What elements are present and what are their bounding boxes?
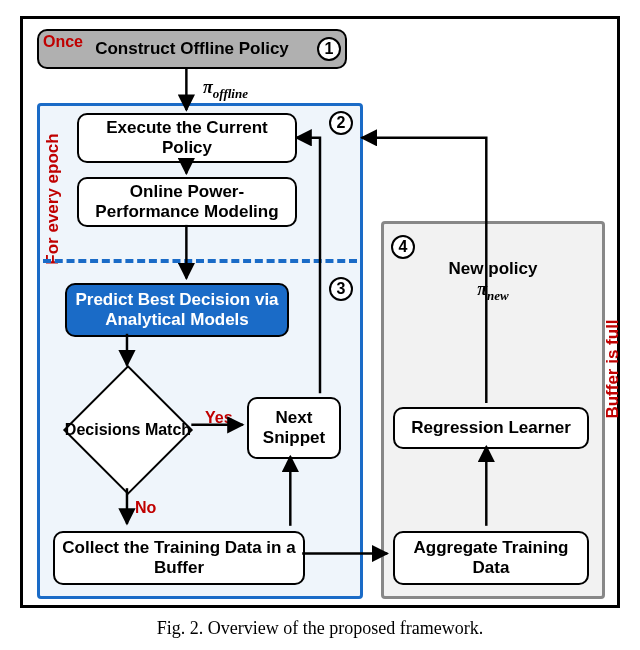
tag-buffer-full: Buffer is full	[603, 309, 623, 429]
node-aggregate-training: Aggregate Training Data	[393, 531, 589, 585]
circle-2: 2	[329, 111, 353, 135]
node-predict-best-decision: Predict Best Decision via Analytical Mod…	[65, 283, 289, 337]
node-construct-offline-policy: Construct Offline Policy	[37, 29, 347, 69]
edge-label-no: No	[135, 499, 156, 517]
node-label: Construct Offline Policy	[95, 39, 289, 59]
new-policy-text: New policy	[449, 259, 538, 278]
pi-sub: new	[487, 288, 509, 303]
pi-glyph: π	[477, 279, 487, 299]
node-execute-current-policy: Execute the Current Policy	[77, 113, 297, 163]
circle-4: 4	[391, 235, 415, 259]
diamond-label: Decisions Match	[65, 421, 191, 439]
circle-3: 3	[329, 277, 353, 301]
label-pi-offline: πoffline	[203, 77, 248, 102]
node-online-power-perf: Online Power-Performance Modeling	[77, 177, 297, 227]
node-next-snippet: Next Snippet	[247, 397, 341, 459]
circle-1: 1	[317, 37, 341, 61]
node-label: Regression Learner	[411, 418, 571, 438]
edge-label-yes: Yes	[205, 409, 233, 427]
node-regression-learner: Regression Learner	[393, 407, 589, 449]
node-collect-buffer: Collect the Training Data in a Buffer	[53, 531, 305, 585]
node-label: Execute the Current Policy	[85, 118, 289, 159]
node-label: Collect the Training Data in a Buffer	[61, 538, 297, 579]
label-new-policy: New policy πnew	[423, 259, 563, 304]
node-label: Predict Best Decision via Analytical Mod…	[73, 290, 281, 331]
dashed-divider	[43, 259, 357, 263]
node-label: Aggregate Training Data	[401, 538, 581, 579]
diagram-outer-frame: Construct Offline Policy Once 1 πoffline…	[20, 16, 620, 608]
figure-caption: Fig. 2. Overview of the proposed framewo…	[0, 618, 640, 639]
node-label: Online Power-Performance Modeling	[85, 182, 289, 223]
node-label: Next Snippet	[255, 408, 333, 449]
pi-sub: offline	[213, 86, 248, 101]
node-decisions-match: Decisions Match	[63, 365, 193, 495]
tag-once: Once	[43, 33, 83, 51]
pi-glyph: π	[203, 77, 213, 97]
tag-for-every-epoch: For every epoch	[43, 129, 63, 269]
